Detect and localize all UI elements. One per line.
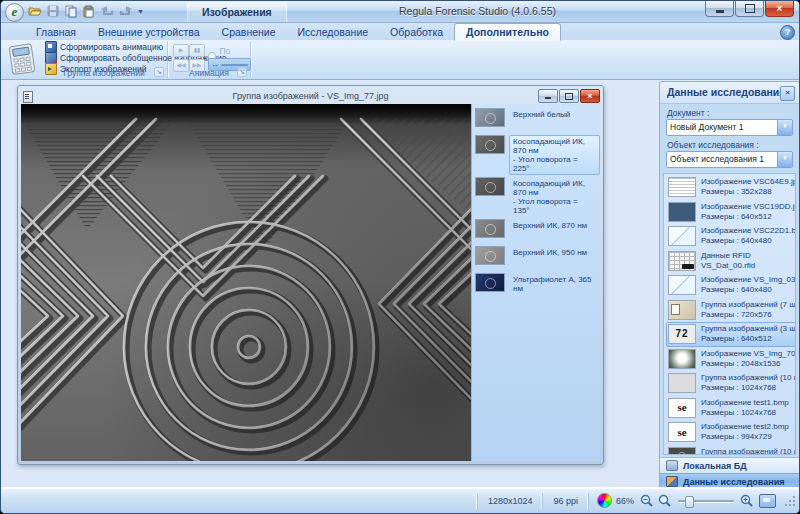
light-source-item[interactable]: Косопадающий ИК, 870 нм- Угол поворота =…: [475, 135, 600, 175]
dialog-launcher-icon[interactable]: ↘: [237, 67, 247, 77]
research-data-panel: Данные исследования × Документ : Новый Д…: [659, 81, 800, 490]
paste-icon[interactable]: [81, 4, 97, 19]
maximize-button[interactable]: [559, 89, 579, 103]
item-text: Изображение test2.bmpРазмеры : 994x729: [701, 422, 789, 442]
forensic-image[interactable]: [21, 104, 471, 461]
thumbnail-image[interactable]: [475, 246, 505, 265]
thumbnail-image[interactable]: [475, 135, 505, 154]
tab-Главная[interactable]: Главная: [25, 24, 87, 40]
item-thumbnail: se: [668, 398, 696, 418]
research-icon: [666, 476, 678, 487]
light-source-item[interactable]: Косопадающий ИК, 870 нм- Угол поворота =…: [475, 177, 600, 217]
minimize-button[interactable]: [705, 1, 734, 17]
tab-Дополнительно[interactable]: Дополнительно: [454, 23, 561, 41]
play-button[interactable]: ▶: [173, 44, 189, 57]
research-list-item[interactable]: Группа изображений (10 шт.)Размеры : 128…: [666, 445, 796, 456]
tab-local-db[interactable]: Локальная БД: [660, 457, 799, 473]
group-images: Сформировать анимацию Сформировать обобщ…: [41, 41, 168, 78]
thumbnail-image[interactable]: [475, 108, 505, 127]
main-window: e ▼ Изображения Regula Forensic Studio (…: [0, 0, 800, 514]
save-icon[interactable]: [45, 4, 61, 19]
qat-dropdown-icon[interactable]: ▼: [135, 8, 146, 15]
close-button[interactable]: ×: [580, 89, 600, 103]
minimize-button[interactable]: [538, 89, 558, 103]
status-bar: 1280x1024 96 ppi 66%: [1, 487, 799, 513]
panel-close-icon[interactable]: ×: [780, 86, 795, 101]
item-text: Изображение VSC19DD.jpgРазмеры : 640x512: [701, 202, 796, 222]
research-list-item[interactable]: Данные RFIDVS_Dat_00.rfid: [666, 249, 796, 274]
light-source-item[interactable]: Верхний ИК, 950 нм: [475, 246, 600, 265]
tab-label: Данные исследования: [683, 477, 784, 487]
close-button[interactable]: ×: [765, 1, 794, 17]
maximize-button[interactable]: [735, 1, 764, 17]
light-source-item[interactable]: Верхний ИК, 870 нм: [475, 219, 600, 238]
database-icon: [666, 460, 678, 471]
zoom-slider-thumb[interactable]: [685, 496, 694, 508]
pause-button[interactable]: ▮▮: [189, 44, 205, 57]
color-wheel-icon: [597, 493, 612, 508]
item-thumbnail: [668, 373, 696, 393]
tab-label: Локальная БД: [683, 461, 747, 471]
document-icon: [23, 91, 33, 103]
create-animation-button[interactable]: Сформировать анимацию: [45, 42, 167, 52]
tab-Сравнение[interactable]: Сравнение: [211, 24, 287, 40]
zoom-slider[interactable]: [678, 495, 734, 507]
research-list-wrap: Изображение VSC64E9.jpgРазмеры : 352x288…: [663, 173, 796, 455]
tab-Обработка[interactable]: Обработка: [379, 24, 454, 40]
chevron-down-icon[interactable]: ▼: [777, 120, 792, 135]
object-select[interactable]: Объект исследования 1 ▼: [666, 151, 793, 168]
research-list-item[interactable]: Изображение VS_Img_70.jpgРазмеры : 2048x…: [666, 347, 796, 372]
light-source-label: Верхний ИК, 870 нм: [509, 219, 591, 232]
contextual-tab-group-label: Изображения: [187, 2, 287, 22]
ribbon: Сформировать анимацию Сформировать обобщ…: [1, 40, 799, 80]
object-label: Объект исследования :: [667, 140, 799, 150]
item-text: Изображение VSC22D1.bmpРазмеры : 640x480: [701, 226, 796, 246]
item-thumbnail: [668, 447, 696, 455]
window-title: Regula Forensic Studio (4.0.6.55): [399, 1, 556, 21]
chevron-down-icon[interactable]: ▼: [777, 152, 792, 167]
light-source-item[interactable]: Ультрафиолет А, 365 нм: [475, 273, 600, 295]
object-value: Объект исследования 1: [667, 152, 777, 167]
zoom-out-icon[interactable]: [640, 494, 654, 507]
resolution-status: 1280x1024: [477, 493, 543, 509]
thumbnail-image[interactable]: [475, 219, 505, 238]
document-select[interactable]: Новый Документ 1 ▼: [666, 119, 793, 136]
research-list-item[interactable]: Изображение VSC19DD.jpgРазмеры : 640x512: [666, 200, 796, 225]
open-icon[interactable]: [27, 4, 43, 19]
ppi-status: 96 ppi: [542, 493, 588, 509]
thumbnail-image[interactable]: [475, 177, 505, 196]
create-generalized-image-button[interactable]: Сформировать обобщенное изображение: [45, 53, 167, 63]
research-list-item[interactable]: 72Группа изображений (3 шт.)Размеры : 64…: [666, 322, 796, 347]
undo-icon[interactable]: [99, 4, 115, 19]
app-logo-button[interactable]: e: [5, 3, 24, 22]
help-icon[interactable]: ?: [780, 25, 795, 40]
document-label: Документ :: [667, 108, 799, 118]
thumbnail-image[interactable]: [475, 273, 505, 292]
research-list-item[interactable]: Группа изображений (10 шт.)Размеры : 102…: [666, 371, 796, 396]
light-source-item[interactable]: Верхний белый: [475, 108, 600, 127]
research-list-item[interactable]: Изображение VSC64E9.jpgРазмеры : 352x288: [666, 175, 796, 200]
panel-list: Верхний белыйКосопадающий ИК, 870 нм- Уг…: [471, 104, 600, 461]
image-window-title: Группа изображений - VS_Img_77.jpg: [21, 89, 600, 103]
research-list-item[interactable]: seИзображение test1.bmpРазмеры : 1024x76…: [666, 396, 796, 421]
tab-Внешние устройства[interactable]: Внешние устройства: [87, 24, 211, 40]
fit-to-window-icon[interactable]: [759, 494, 776, 508]
research-list-item[interactable]: Группа изображений (7 шт.)Размеры : 720x…: [666, 298, 796, 323]
research-list-item[interactable]: seИзображение test2.bmpРазмеры : 994x729: [666, 420, 796, 445]
item-thumbnail: [668, 251, 696, 271]
research-list-item[interactable]: Изображение VS_Img_03.bmpРазмеры : 640x4…: [666, 273, 796, 298]
zoom-reset-icon[interactable]: [658, 494, 672, 507]
copy-icon[interactable]: [63, 4, 79, 19]
zoom-in-icon[interactable]: [740, 494, 754, 507]
item-thumbnail: [668, 177, 696, 197]
research-list-item[interactable]: Изображение VSC22D1.bmpРазмеры : 640x480: [666, 224, 796, 249]
redo-icon[interactable]: [117, 4, 133, 19]
resize-grip[interactable]: [783, 494, 796, 507]
image-window-titlebar[interactable]: Группа изображений - VS_Img_77.jpg ×: [21, 89, 600, 104]
workspace: Группа изображений - VS_Img_77.jpg ×: [1, 80, 799, 491]
tab-Исследование[interactable]: Исследование: [287, 24, 380, 40]
dialog-launcher-icon[interactable]: ↘: [154, 67, 164, 77]
item-text: Изображение VS_Img_70.jpgРазмеры : 2048x…: [701, 349, 796, 369]
calculator-icon[interactable]: [7, 43, 39, 80]
item-thumbnail: [668, 226, 696, 246]
